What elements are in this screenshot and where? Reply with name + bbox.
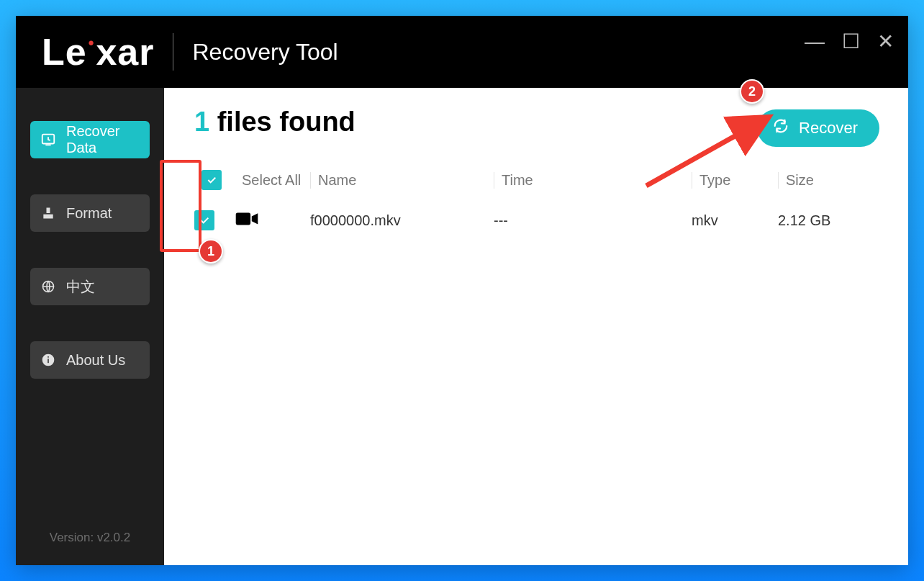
sidebar-item-language[interactable]: 中文 (30, 268, 150, 305)
col-size: Size (778, 172, 879, 189)
sidebar: Recover Data Format 中文 (16, 88, 164, 565)
select-all-col (194, 170, 235, 190)
app-window: Le•xar Recovery Tool — ☐ ✕ Recover Data (16, 16, 908, 565)
main-panel: 1 files found Recover (164, 88, 908, 565)
version-label: Version: v2.0.2 (30, 531, 150, 552)
cell-name: f0000000.mkv (310, 212, 494, 229)
app-title: Recovery Tool (192, 39, 338, 66)
row-checkbox[interactable] (194, 210, 214, 230)
col-name: Name (310, 172, 494, 189)
table-header: Select All Name Time Type Size (194, 163, 879, 197)
file-type-icon (235, 210, 310, 231)
logo-block: Le•xar Recovery Tool (16, 30, 338, 73)
col-select-all-label: Select All (235, 172, 310, 189)
select-all-checkbox[interactable] (201, 170, 222, 190)
refresh-icon (773, 118, 789, 138)
files-count: 1 (194, 107, 209, 137)
titlebar: Le•xar Recovery Tool — ☐ ✕ (16, 16, 908, 88)
globe-icon (40, 279, 56, 294)
svg-rect-5 (47, 359, 49, 363)
file-table: Select All Name Time Type Size (194, 163, 879, 244)
sidebar-item-about[interactable]: About Us (30, 341, 150, 379)
divider (173, 33, 173, 71)
recover-icon (40, 132, 56, 148)
sidebar-item-label: Format (66, 205, 112, 222)
brand-logo: Le•xar (42, 30, 154, 73)
svg-rect-6 (47, 356, 49, 358)
col-type: Type (692, 172, 778, 189)
maximize-button[interactable]: ☐ (842, 32, 860, 52)
sidebar-item-recover-data[interactable]: Recover Data (30, 121, 150, 158)
format-icon (40, 206, 56, 220)
recover-button-label: Recover (799, 119, 858, 138)
close-button[interactable]: ✕ (877, 32, 894, 52)
cell-time: --- (494, 212, 692, 229)
svg-rect-2 (47, 208, 50, 214)
cell-size: 2.12 GB (778, 212, 879, 229)
col-time: Time (494, 172, 692, 189)
sidebar-item-format[interactable]: Format (30, 194, 150, 232)
cell-type: mkv (692, 212, 778, 229)
minimize-button[interactable]: — (805, 32, 825, 52)
sidebar-item-label: Recover Data (66, 123, 140, 156)
recover-button[interactable]: Recover (757, 109, 879, 147)
svg-rect-7 (236, 212, 250, 225)
sidebar-item-label: 中文 (66, 277, 95, 297)
svg-rect-1 (43, 215, 53, 219)
info-icon (40, 353, 56, 367)
files-found-suffix: files found (217, 107, 355, 137)
window-controls: — ☐ ✕ (805, 32, 894, 52)
table-row[interactable]: f0000000.mkv --- mkv 2.12 GB (194, 197, 879, 244)
sidebar-item-label: About Us (66, 352, 125, 369)
